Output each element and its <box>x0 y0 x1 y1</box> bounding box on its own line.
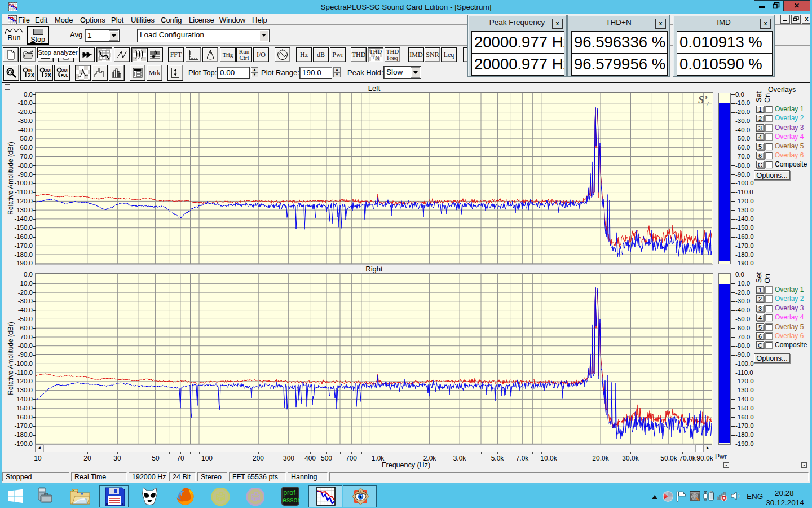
svg-text:IN: IN <box>28 68 32 72</box>
svg-text:OUT: OUT <box>45 68 52 72</box>
svg-text:2X: 2X <box>28 72 34 78</box>
svg-text:2X: 2X <box>45 72 51 78</box>
svg-text:FULL: FULL <box>61 73 68 77</box>
svg-text:OUT: OUT <box>61 68 69 72</box>
